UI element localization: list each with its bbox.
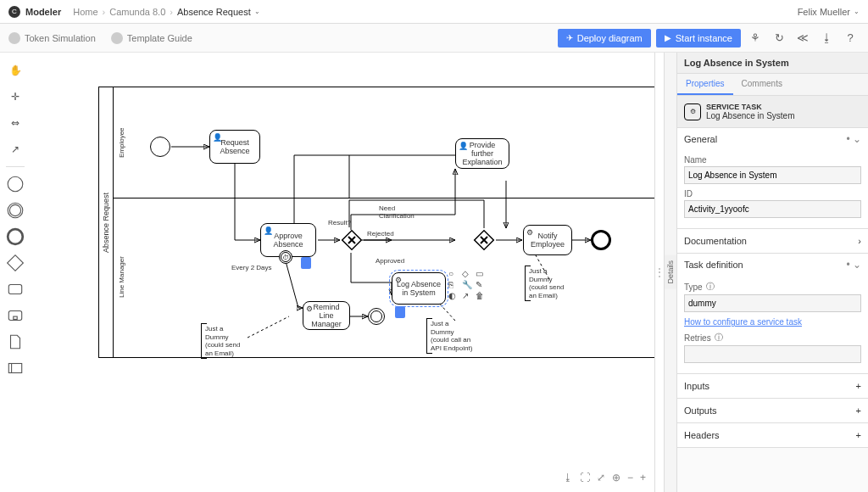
panel-resize-handle[interactable]: ⋮ <box>655 53 664 492</box>
ctx-color-icon[interactable]: ◐ <box>448 291 460 300</box>
ctx-replace-icon[interactable]: 🔧 <box>462 280 474 289</box>
start-event[interactable] <box>150 137 170 157</box>
chevron-down-icon[interactable]: ⌄ <box>854 8 860 15</box>
end-event[interactable] <box>591 230 611 250</box>
ctx-gateway-icon[interactable]: ◇ <box>462 269 474 278</box>
annotation-dummy-email-2[interactable]: Just a Dummy (could send an Email) <box>525 266 576 301</box>
tab-properties[interactable]: Properties <box>677 74 733 95</box>
details-side-tab[interactable]: Details <box>665 255 676 289</box>
token-simulation-toggle[interactable]: Token Simulation <box>8 32 96 44</box>
zoom-controls: ⭳ ⛶ ⤢ ⊕ − + <box>563 472 646 484</box>
ctx-annotation-icon[interactable]: ⎘ <box>448 280 460 289</box>
canvas[interactable]: Absence Request Employee Line Manager <box>31 53 654 492</box>
type-input[interactable] <box>684 294 861 312</box>
retries-input[interactable] <box>684 345 861 363</box>
gateway-result[interactable] <box>340 228 364 252</box>
task-remind-manager[interactable]: ⚙Remind Line Manager <box>303 301 350 330</box>
ctx-connect-icon[interactable]: ↗ <box>462 291 474 300</box>
help-icon[interactable]: ? <box>841 29 860 48</box>
info-icon[interactable]: ⓘ <box>715 332 723 344</box>
svg-point-0 <box>8 176 23 192</box>
section-task-definition: Task definition• ⌄ Typeⓘ How to configur… <box>677 254 868 374</box>
annotation-dummy-email-1[interactable]: Just a Dummy (could send an Email) <box>201 323 252 359</box>
service-task-icon: ⚙ <box>684 103 701 120</box>
flow-rejected-label: Rejected <box>367 230 394 238</box>
end-event-icon[interactable] <box>6 227 25 246</box>
section-headers[interactable]: Headers+ <box>677 423 868 448</box>
chevron-down-icon[interactable]: ⌄ <box>254 8 260 15</box>
user-icon: 👤 <box>213 133 222 142</box>
connect-tool-icon[interactable]: ↗ <box>6 140 25 159</box>
zoom-in-icon[interactable]: + <box>640 472 646 484</box>
element-type-header: ⚙ SERVICE TASK Log Absence in System <box>677 96 868 128</box>
intermediate-end-event[interactable] <box>368 308 385 325</box>
ctx-event-icon[interactable]: ○ <box>448 269 460 278</box>
tab-comments[interactable]: Comments <box>733 74 791 95</box>
lasso-tool-icon[interactable]: ✛ <box>6 87 25 106</box>
id-label: ID <box>684 189 861 198</box>
history-icon[interactable]: ↻ <box>770 29 788 48</box>
timer-label: Every 2 Days <box>231 264 272 271</box>
share-icon[interactable]: ≪ <box>793 29 812 48</box>
pool[interactable]: Absence Request Employee Line Manager <box>98 87 654 358</box>
task-provide-explanation[interactable]: 👤Provide further Explanation <box>455 138 509 169</box>
expand-icon[interactable]: ⤢ <box>597 472 605 484</box>
ctx-append-icon[interactable]: ✎ <box>476 280 487 289</box>
intermediate-event-icon[interactable] <box>6 201 25 220</box>
gateway-icon[interactable] <box>6 254 25 272</box>
play-icon: ▶ <box>665 33 671 42</box>
section-general: General• ⌄ Name ID <box>677 128 868 229</box>
help-link[interactable]: How to configure a service task <box>684 317 861 327</box>
start-event-icon[interactable] <box>6 175 25 193</box>
space-tool-icon[interactable]: ⇔ <box>6 114 25 132</box>
deploy-button[interactable]: ✈Deploy diagram <box>558 29 651 48</box>
gear-icon: ⚙ <box>306 305 313 313</box>
element-type-name: Log Absence in System <box>706 111 795 120</box>
breadcrumb-diagram[interactable]: Absence Request <box>177 7 251 17</box>
user-menu[interactable]: Felix Mueller <box>798 7 850 17</box>
hand-tool-icon[interactable]: ✋ <box>6 61 25 80</box>
start-instance-button[interactable]: ▶Start instance <box>656 29 741 48</box>
comment-marker-icon <box>395 306 405 318</box>
svg-line-16 <box>248 316 289 338</box>
fit-icon[interactable]: ⛶ <box>580 472 590 484</box>
annotation-dummy-api[interactable]: Just a Dummy (could call an API Endpoint… <box>426 318 477 354</box>
timer-boundary-event[interactable]: ⏱ <box>279 250 292 264</box>
id-input[interactable] <box>684 200 861 218</box>
section-documentation[interactable]: Documentation› <box>677 229 868 254</box>
task-log-absence[interactable]: ⚙Log Absence in System <box>392 272 446 305</box>
ctx-delete-icon[interactable]: 🗑 <box>476 291 487 300</box>
section-inputs[interactable]: Inputs+ <box>677 374 868 399</box>
task-icon[interactable] <box>6 280 25 299</box>
section-outputs[interactable]: Outputs+ <box>677 399 868 423</box>
section-task-def-header[interactable]: Task definition• ⌄ <box>677 254 868 276</box>
info-icon[interactable]: ⓘ <box>706 281 715 293</box>
collaborate-icon[interactable]: ⚘ <box>746 29 765 48</box>
template-guide-toggle[interactable]: Template Guide <box>111 32 192 44</box>
logo-icon: C <box>8 6 20 18</box>
name-input[interactable] <box>684 166 861 184</box>
svg-rect-4 <box>8 255 24 271</box>
task-request-absence[interactable]: 👤Request Absence <box>209 130 260 164</box>
data-object-icon[interactable] <box>6 333 25 351</box>
chevron-icon: › <box>103 7 106 17</box>
pool-label[interactable]: Absence Request <box>98 87 114 358</box>
ctx-task-icon[interactable]: ▭ <box>476 269 487 278</box>
download-icon[interactable]: ⭳ <box>817 29 836 48</box>
gateway-result-label: Result? <box>328 219 351 226</box>
align-icon[interactable]: ⭳ <box>563 472 573 484</box>
header: C Modeler Home › Camunda 8.0 › Absence R… <box>0 0 868 24</box>
breadcrumb-home[interactable]: Home <box>73 7 97 17</box>
reset-icon[interactable]: ⊕ <box>612 472 620 484</box>
task-notify-employee[interactable]: ⚙Notify Employee <box>523 225 572 255</box>
section-general-header[interactable]: General• ⌄ <box>677 128 868 150</box>
subprocess-icon[interactable] <box>6 306 25 325</box>
zoom-out-icon[interactable]: − <box>627 472 633 484</box>
context-pad[interactable]: ○◇▭ ⎘🔧✎ ◐↗🗑 <box>448 269 487 300</box>
svg-point-2 <box>9 204 20 215</box>
type-label: Typeⓘ <box>684 281 861 293</box>
properties-title: Log Absence in System <box>677 53 868 74</box>
participant-icon[interactable] <box>6 359 25 377</box>
breadcrumb-project[interactable]: Camunda 8.0 <box>109 7 165 17</box>
gateway-merge[interactable] <box>472 228 496 252</box>
